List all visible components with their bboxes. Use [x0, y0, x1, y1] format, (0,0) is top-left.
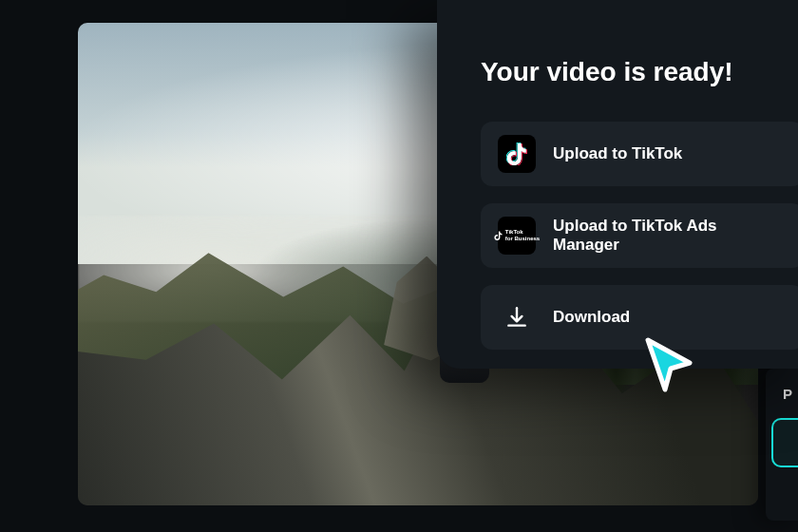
upload-tiktok-ads-button[interactable]: TikTok for Business Upload to TikTok Ads…	[481, 203, 798, 268]
export-modal: Your video is ready! Upload to TikTok Ti…	[437, 0, 798, 369]
side-panel: P	[766, 369, 798, 521]
option-label: Download	[553, 308, 630, 327]
upload-tiktok-button[interactable]: Upload to TikTok	[481, 122, 798, 186]
option-label: Upload to TikTok	[553, 144, 682, 163]
tiktok-business-icon: TikTok for Business	[498, 217, 536, 255]
download-button[interactable]: Download	[481, 285, 798, 350]
modal-title: Your video is ready!	[481, 57, 798, 87]
side-panel-primary-button[interactable]	[771, 418, 798, 467]
download-icon	[498, 298, 536, 336]
side-panel-label: P	[783, 386, 792, 402]
option-label: Upload to TikTok Ads Manager	[553, 217, 787, 255]
tiktok-icon	[498, 135, 536, 173]
